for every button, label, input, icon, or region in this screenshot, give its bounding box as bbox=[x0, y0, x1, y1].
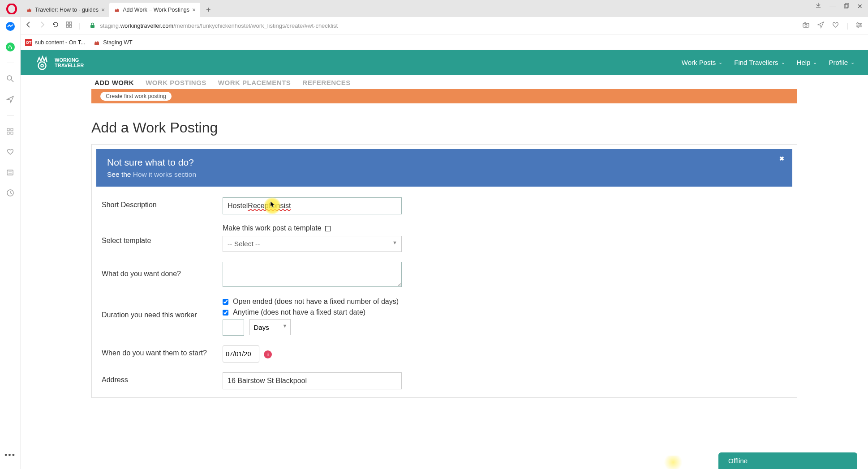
bookmark-label: sub content - On T... bbox=[35, 39, 85, 46]
browser-nav-bar: | staging.workingtraveller.com/members/f… bbox=[0, 17, 868, 35]
reload-button[interactable] bbox=[52, 21, 59, 30]
bookmark-item[interactable]: OT sub content - On T... bbox=[25, 39, 85, 46]
svg-point-15 bbox=[6, 43, 15, 50]
url-text: staging.workingtraveller.com/members/fun… bbox=[100, 22, 338, 29]
tab-title: Traveller: How to - guides bbox=[35, 7, 99, 13]
svg-rect-8 bbox=[803, 23, 809, 27]
svg-point-12 bbox=[859, 24, 861, 26]
forward-button bbox=[39, 21, 46, 30]
tab-title: Add Work – Work Postings bbox=[123, 7, 189, 13]
window-controls: — ✕ bbox=[815, 3, 863, 10]
messenger-icon[interactable] bbox=[5, 21, 15, 31]
download-icon[interactable] bbox=[815, 2, 821, 10]
settings-slider-icon[interactable] bbox=[855, 21, 863, 30]
bookmark-bar: OT sub content - On T... Staging WT bbox=[0, 35, 868, 50]
whatsapp-icon[interactable] bbox=[5, 42, 15, 50]
bookmark-label: Staging WT bbox=[103, 39, 132, 46]
browser-tab[interactable]: Traveller: How to - guides × bbox=[21, 3, 109, 17]
svg-point-9 bbox=[805, 24, 807, 26]
address-bar[interactable]: staging.workingtraveller.com/members/fun… bbox=[90, 22, 796, 30]
send-icon[interactable] bbox=[817, 21, 825, 30]
maximize-icon[interactable] bbox=[844, 3, 849, 10]
onetab-icon: OT bbox=[25, 39, 32, 46]
hand-icon bbox=[26, 7, 32, 13]
lock-icon bbox=[90, 22, 95, 30]
new-tab-button[interactable]: + bbox=[202, 4, 215, 16]
hand-icon bbox=[114, 7, 120, 13]
back-button[interactable] bbox=[25, 21, 32, 30]
close-window-icon[interactable]: ✕ bbox=[857, 3, 863, 10]
camera-icon[interactable] bbox=[802, 21, 810, 30]
browser-tab[interactable]: Add Work – Work Postings × bbox=[109, 3, 200, 17]
hand-icon bbox=[93, 39, 100, 46]
svg-rect-5 bbox=[66, 25, 69, 27]
svg-rect-2 bbox=[845, 4, 849, 7]
svg-point-11 bbox=[857, 22, 858, 24]
close-icon[interactable]: × bbox=[192, 6, 196, 13]
bookmark-item[interactable]: Staging WT bbox=[93, 39, 132, 46]
browser-tab-strip: Traveller: How to - guides × Add Work – … bbox=[0, 0, 868, 17]
svg-point-0 bbox=[7, 4, 16, 14]
svg-rect-6 bbox=[69, 25, 72, 27]
heart-icon[interactable] bbox=[832, 21, 839, 30]
svg-rect-1 bbox=[844, 4, 848, 8]
svg-point-13 bbox=[857, 26, 859, 27]
svg-rect-4 bbox=[69, 22, 72, 24]
speeddial-icon[interactable] bbox=[65, 21, 73, 30]
svg-rect-3 bbox=[66, 22, 69, 24]
minimize-icon[interactable]: — bbox=[829, 3, 836, 10]
close-icon[interactable]: × bbox=[101, 6, 105, 13]
svg-rect-7 bbox=[90, 25, 95, 28]
opera-logo[interactable] bbox=[6, 4, 17, 14]
opera-sidebar: ••• bbox=[0, 17, 21, 50]
svg-rect-10 bbox=[804, 22, 806, 23]
